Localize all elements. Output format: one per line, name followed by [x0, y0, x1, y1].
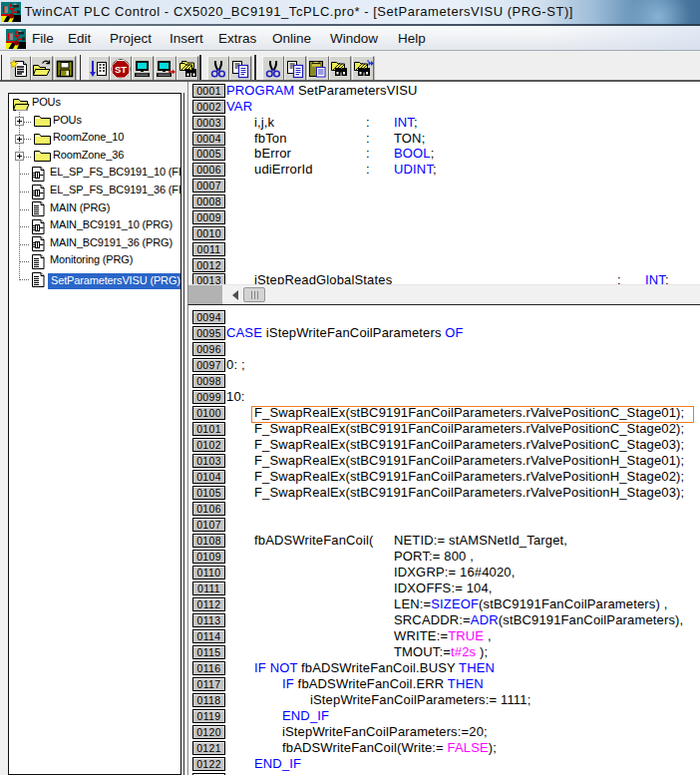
svg-text:ST: ST	[115, 63, 127, 74]
